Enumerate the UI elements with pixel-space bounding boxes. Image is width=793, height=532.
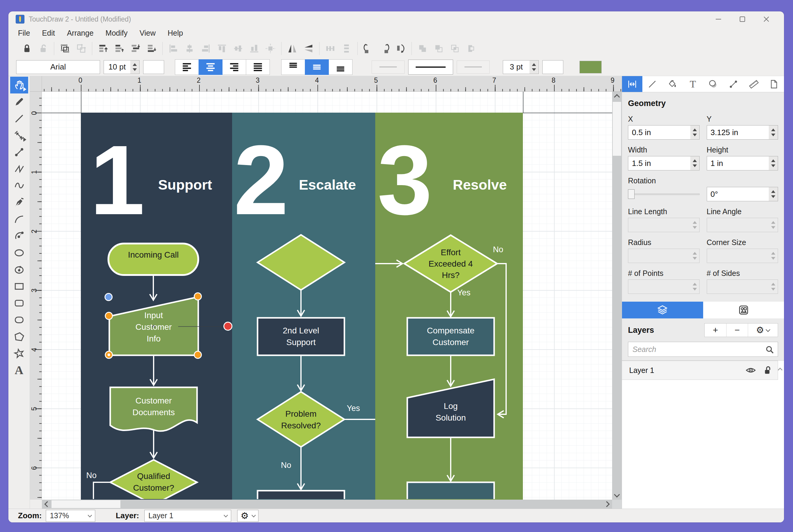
- spin-up-icon[interactable]: [133, 63, 137, 66]
- horizontal-scroll-thumb[interactable]: [52, 500, 120, 508]
- scroll-left-icon[interactable]: [44, 501, 50, 507]
- selection-handle-bottom-left[interactable]: [105, 351, 113, 359]
- line-style-button[interactable]: [408, 60, 453, 75]
- align-text-right-button[interactable]: [222, 59, 246, 75]
- text-tool[interactable]: A: [10, 362, 28, 379]
- dimension-tool[interactable]: [10, 127, 28, 144]
- selection-handle-blue[interactable]: [104, 293, 113, 301]
- vertical-scrollbar[interactable]: [612, 92, 622, 500]
- tab-text[interactable]: T: [683, 76, 703, 92]
- spin-down-icon[interactable]: [532, 68, 536, 71]
- flip-vertical-icon[interactable]: [302, 42, 315, 55]
- rectangle-tool[interactable]: [10, 278, 28, 295]
- vertical-scroll-thumb[interactable]: [613, 102, 621, 156]
- arc-tool[interactable]: [10, 211, 28, 228]
- send-to-back-icon[interactable]: [145, 42, 158, 55]
- node-second-level-support[interactable]: 2nd Level Support: [275, 325, 326, 348]
- align-text-middle-button[interactable]: [305, 59, 329, 75]
- menu-modify[interactable]: Modify: [100, 27, 133, 39]
- scroll-right-icon[interactable]: [604, 501, 610, 507]
- font-family-select[interactable]: Arial: [16, 60, 100, 74]
- list-scroll-up-icon[interactable]: [777, 366, 784, 373]
- menu-edit[interactable]: Edit: [37, 27, 60, 39]
- line-start-style-button[interactable]: [372, 60, 405, 74]
- rotation-field[interactable]: 0°: [707, 187, 778, 201]
- layers-search-input[interactable]: [628, 342, 778, 357]
- node-incoming-call[interactable]: Incoming Call: [111, 249, 195, 261]
- curve-tool[interactable]: [10, 177, 28, 194]
- tab-connection[interactable]: [723, 76, 743, 92]
- menu-help[interactable]: Help: [162, 27, 188, 39]
- maximize-button[interactable]: [735, 13, 749, 25]
- horizontal-scrollbar[interactable]: [42, 500, 612, 509]
- rotation-slider[interactable]: [628, 187, 700, 201]
- selection-tool[interactable]: [10, 77, 28, 93]
- x-field[interactable]: 0.5 in: [628, 125, 700, 139]
- line-end-style-button[interactable]: [457, 60, 490, 74]
- layer-select[interactable]: Layer 1: [144, 510, 231, 522]
- tab-stencils[interactable]: [703, 302, 784, 319]
- group-icon[interactable]: [58, 42, 72, 55]
- ellipse-tool[interactable]: [10, 244, 28, 261]
- zoom-select[interactable]: 137%: [46, 510, 95, 522]
- remove-layer-button[interactable]: −: [726, 324, 748, 337]
- rotate-180-icon[interactable]: [394, 42, 407, 55]
- node-customer-documents[interactable]: Customer Documents: [121, 395, 187, 418]
- tab-shadow[interactable]: [703, 76, 723, 92]
- node-log-solution[interactable]: Log Solution: [428, 400, 473, 423]
- flip-horizontal-icon[interactable]: [286, 42, 299, 55]
- scroll-up-icon[interactable]: [614, 94, 620, 100]
- layer-options-button[interactable]: ⚙: [237, 510, 258, 522]
- layer-lock-icon[interactable]: [763, 365, 773, 375]
- arc-point-tool[interactable]: [10, 228, 28, 244]
- spin-up-icon[interactable]: [532, 63, 536, 66]
- align-text-justify-button[interactable]: [246, 59, 270, 75]
- align-text-center-button[interactable]: [198, 59, 223, 75]
- close-button[interactable]: [759, 13, 773, 25]
- send-backward-icon[interactable]: [129, 42, 142, 55]
- star-tool[interactable]: [10, 345, 28, 362]
- rotate-left-icon[interactable]: [362, 42, 375, 55]
- node-input-customer-info[interactable]: Input Customer Info: [128, 309, 179, 344]
- fill-color-swatch[interactable]: [579, 61, 602, 73]
- stroke-color-well[interactable]: [542, 60, 563, 74]
- layer-visibility-icon[interactable]: [746, 365, 756, 376]
- align-text-top-button[interactable]: [281, 59, 305, 75]
- rotation-slider-thumb[interactable]: [628, 189, 635, 199]
- tab-layers[interactable]: [622, 302, 703, 319]
- stroke-width-stepper[interactable]: 3 pt: [503, 60, 539, 74]
- menu-file[interactable]: File: [13, 27, 35, 39]
- pencil-tool[interactable]: [10, 93, 28, 110]
- align-text-left-button[interactable]: [175, 59, 199, 75]
- rotate-right-icon[interactable]: [378, 42, 391, 55]
- rounded-rectangle-tool[interactable]: [10, 295, 28, 311]
- font-size-stepper[interactable]: 10 pt: [103, 60, 139, 74]
- y-field[interactable]: 3.125 in: [707, 125, 778, 139]
- bring-to-front-icon[interactable]: [96, 42, 110, 55]
- font-color-well[interactable]: [143, 60, 164, 74]
- node-effort-exceeded[interactable]: Effort Exceeded 4 Hrs?: [424, 247, 478, 281]
- tab-ruler[interactable]: [743, 76, 764, 92]
- lock-icon[interactable]: [20, 42, 34, 55]
- center-circle-tool[interactable]: [10, 261, 28, 278]
- add-layer-button[interactable]: +: [705, 324, 726, 337]
- tab-geometry[interactable]: [622, 76, 642, 92]
- selection-handle-top-right[interactable]: [194, 292, 202, 301]
- menu-view[interactable]: View: [134, 27, 161, 39]
- minimize-button[interactable]: [712, 13, 725, 25]
- polygon-tool[interactable]: [10, 328, 28, 345]
- layer-options-button[interactable]: ⚙: [748, 324, 778, 337]
- node-problem-resolved-2[interactable]: Problem Resolved?: [274, 408, 328, 431]
- height-field[interactable]: 1 in: [707, 156, 778, 170]
- selection-handle-top-left[interactable]: [105, 312, 113, 320]
- bring-forward-icon[interactable]: [113, 42, 126, 55]
- menu-arrange[interactable]: Arrange: [61, 27, 99, 39]
- layer-row[interactable]: Layer 1: [622, 361, 778, 380]
- node-qualified-customer[interactable]: Qualified Customer?: [122, 470, 185, 494]
- node-compensate-customer[interactable]: Compensate Customer: [415, 325, 487, 348]
- connector-tool[interactable]: [10, 144, 28, 160]
- scroll-down-icon[interactable]: [614, 492, 620, 497]
- selection-handle-bottom-right[interactable]: [194, 351, 202, 359]
- pen-tool[interactable]: [10, 194, 28, 211]
- line-tool[interactable]: [10, 110, 28, 127]
